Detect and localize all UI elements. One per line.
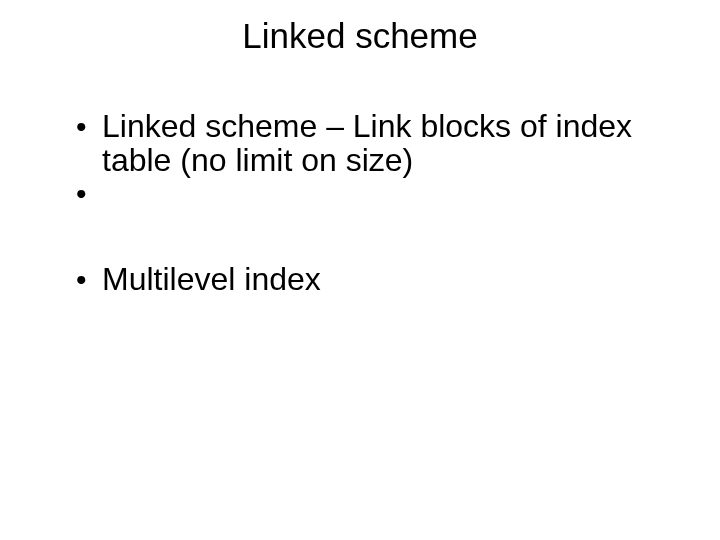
bullet-item: Linked scheme – Link blocks of index tab… [72, 110, 660, 177]
bullet-list: Linked scheme – Link blocks of index tab… [72, 110, 660, 297]
slide: Linked scheme Linked scheme – Link block… [0, 0, 720, 540]
bullet-item: Multilevel index [72, 263, 660, 297]
slide-title: Linked scheme [0, 16, 720, 56]
bullet-spacer [72, 177, 660, 263]
slide-body: Linked scheme – Link blocks of index tab… [72, 110, 660, 297]
